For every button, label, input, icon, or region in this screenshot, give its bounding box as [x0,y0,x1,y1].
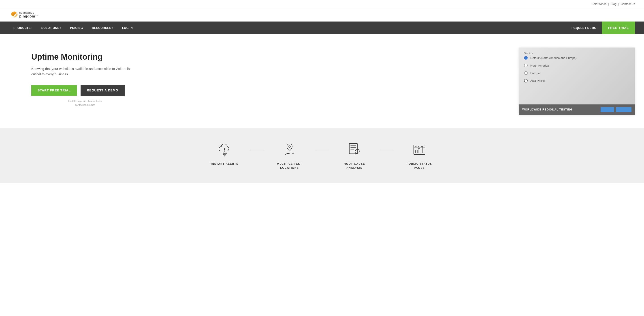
svg-point-2 [224,155,225,156]
svg-point-14 [416,146,417,146]
blue-bar-2 [616,107,632,112]
logo-icon [9,11,18,18]
svg-rect-4 [349,143,357,154]
hero-subtitle: Knowing that your website is available a… [31,66,139,77]
screenshot-row-2: North America [524,64,630,67]
nav-free-trial-button[interactable]: FREE TRIAL [602,22,635,34]
solarwinds-link[interactable]: SolarWinds [592,2,606,6]
svg-point-3 [289,146,290,147]
feature-instant-alerts: INSTANT ALERTS [199,142,250,166]
nav-solutions[interactable]: SOLUTIONS › [37,22,66,34]
hero-section: Uptime Monitoring Knowing that your webs… [0,34,644,128]
instant-alerts-label: INSTANT ALERTS [211,162,238,166]
nav-request-demo-button[interactable]: REQUEST DEMO [566,22,602,34]
nav-links: PRODUCTS › SOLUTIONS › PRICING RESOURCES… [9,22,566,34]
separator-1: | [608,2,609,6]
analysis-icon [346,142,362,157]
logo-solarwinds: solarwinds [19,11,39,14]
hero-content: Uptime Monitoring Knowing that your webs… [31,48,139,107]
top-bar: SolarWinds | Blog | Contact Us [0,0,644,8]
nav-login[interactable]: LOG IN [118,22,137,34]
logo-container[interactable]: solarwinds pingdom™ [9,11,39,18]
hero-title: Uptime Monitoring [31,52,139,62]
contact-us-link[interactable]: Contact Us [621,2,635,6]
svg-rect-9 [416,150,417,153]
navbar: PRODUCTS › SOLUTIONS › PRICING RESOURCES… [0,22,644,34]
start-free-trial-button[interactable]: START FREE TRIAL [31,85,77,96]
top-links: SolarWinds | Blog | Contact Us [592,2,635,6]
hero-image-area: Test from Default (North America and Eur… [152,48,635,115]
map-pin-icon [282,142,298,157]
svg-point-0 [224,151,225,152]
features-section: INSTANT ALERTS MULTIPLE TEST LOCATIONS [0,128,644,183]
screenshot-row-3: Europe [524,71,630,75]
solutions-arrow-icon: › [60,27,61,29]
screenshot-radio-selected [524,56,528,60]
multiple-test-locations-label: MULTIPLE TEST LOCATIONS [277,162,302,170]
root-cause-analysis-label: ROOT CAUSE ANALYSIS [344,162,365,170]
feature-root-cause-analysis: ROOT CAUSE ANALYSIS [329,142,380,170]
screenshot-row-1: Default (North America and Europe) [524,56,630,60]
feature-public-status-pages: PUBLIC STATUS PAGES [394,142,445,170]
alert-cloud-icon [217,142,232,157]
screenshot-radio-3 [524,71,528,75]
screenshot-blue-bars [600,107,632,112]
nav-right: REQUEST DEMO FREE TRIAL [566,22,635,34]
connector-3 [380,150,394,150]
hero-fine-print: First 30 days free Trial includes Synthe… [31,99,139,107]
screenshot-header: Test from [524,52,630,55]
logo-pingdom: pingdom™ [19,14,39,18]
features-row: INSTANT ALERTS MULTIPLE TEST LOCATIONS [199,142,445,170]
nav-pricing[interactable]: PRICING [66,22,88,34]
worldwide-regional-testing-label: WORLDWIDE REGIONAL TESTING [522,108,572,111]
blue-bar-1 [600,107,614,112]
feature-multiple-test-locations: MULTIPLE TEST LOCATIONS [264,142,315,170]
connector-2 [315,150,329,150]
svg-rect-10 [418,148,420,153]
screenshot-radio-4 [524,79,528,82]
hero-screenshot: Test from Default (North America and Eur… [519,48,635,115]
request-demo-button[interactable]: REQUEST A DEMO [80,85,125,96]
logo-bar: solarwinds pingdom™ [0,8,644,22]
svg-point-13 [415,146,416,146]
screenshot-overlay: WORLDWIDE REGIONAL TESTING [519,104,635,115]
screenshot-row-4: Asia Pacific [524,79,630,82]
separator-2: | [618,2,619,6]
hero-buttons: START FREE TRIAL REQUEST A DEMO [31,85,139,96]
screenshot-radio-2 [524,64,528,67]
public-status-pages-label: PUBLIC STATUS PAGES [406,162,432,170]
blog-link[interactable]: Blog [611,2,616,6]
nav-resources[interactable]: RESOURCES › [88,22,118,34]
resources-arrow-icon: › [112,27,113,29]
bar-chart-icon [412,142,427,157]
nav-products[interactable]: PRODUCTS › [9,22,37,34]
svg-point-15 [418,146,419,146]
connector-1 [250,150,264,150]
svg-rect-11 [421,146,423,153]
logo-text: solarwinds pingdom™ [19,11,39,18]
products-arrow-icon: › [32,27,32,29]
